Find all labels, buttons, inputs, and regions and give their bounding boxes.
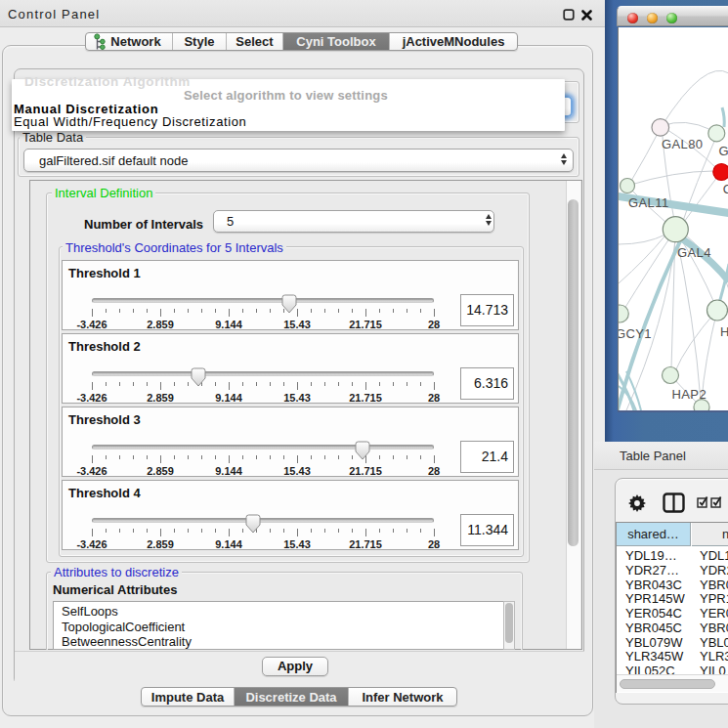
svg-text:GAL11: GAL11 bbox=[628, 195, 669, 210]
svg-text:GCY1: GCY1 bbox=[619, 326, 652, 341]
svg-text:GAL4: GAL4 bbox=[677, 245, 711, 260]
svg-text:GAL80: GAL80 bbox=[662, 137, 703, 151]
svg-text:H: H bbox=[720, 324, 728, 339]
svg-text:GA: GA bbox=[719, 144, 728, 158]
svg-text:CY: CY bbox=[723, 182, 728, 196]
svg-text:HAP2: HAP2 bbox=[672, 387, 707, 402]
